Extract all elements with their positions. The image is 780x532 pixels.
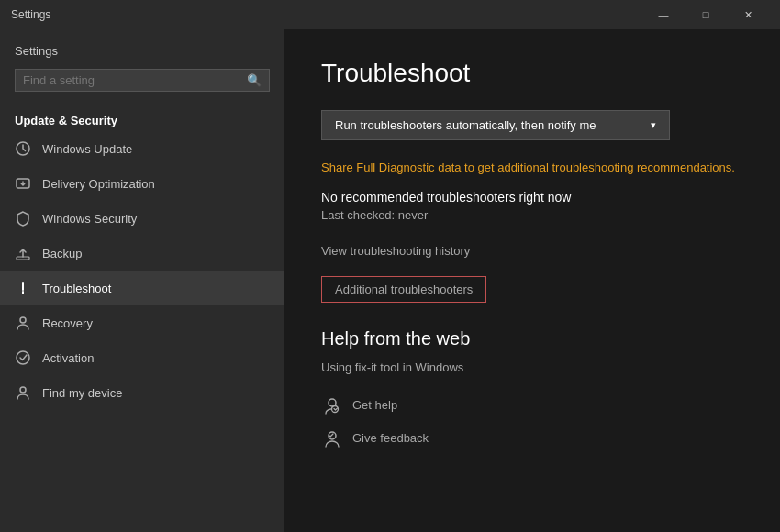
last-checked: Last checked: never — [321, 208, 743, 222]
diagnostic-link-anchor[interactable]: Share Full Diagnostic data to get additi… — [321, 161, 735, 174]
windows-update-icon — [15, 140, 31, 157]
last-checked-value: never — [398, 208, 429, 222]
sidebar-item-label: Backup — [42, 247, 82, 260]
give-feedback-link[interactable]: Give feedback — [321, 422, 743, 455]
sidebar-item-troubleshoot[interactable]: Troubleshoot — [0, 271, 284, 305]
give-feedback-label: Give feedback — [352, 431, 429, 445]
search-icon: 🔍 — [247, 73, 262, 87]
sidebar-item-label: Troubleshoot — [42, 282, 111, 295]
troubleshoot-mode-dropdown[interactable]: Run troubleshooters automatically, then … — [321, 110, 670, 140]
status-text: No recommended troubleshooters right now — [321, 190, 743, 205]
chevron-down-icon: ▾ — [651, 119, 656, 131]
svg-point-4 — [20, 317, 26, 323]
search-box[interactable]: 🔍 — [15, 69, 270, 92]
window-controls: — □ ✕ — [642, 0, 769, 29]
sidebar-item-recovery[interactable]: Recovery — [0, 305, 284, 340]
windows-security-icon — [15, 210, 31, 227]
web-help-text: Using fix-it tool in Windows — [321, 360, 743, 374]
sidebar-item-label: Windows Security — [42, 212, 137, 226]
content-area: Troubleshoot Run troubleshooters automat… — [284, 29, 780, 532]
close-button[interactable]: ✕ — [727, 0, 769, 29]
sidebar-item-label: Find my device — [42, 386, 122, 400]
troubleshoot-icon — [15, 280, 31, 296]
svg-point-7 — [329, 399, 336, 406]
get-help-label: Get help — [352, 398, 397, 412]
page-title: Troubleshoot — [321, 59, 743, 88]
svg-point-6 — [20, 387, 26, 393]
sidebar-item-delivery-optimization[interactable]: Delivery Optimization — [0, 166, 284, 201]
get-help-link[interactable]: Get help — [321, 389, 743, 422]
last-checked-label: Last checked: — [321, 208, 395, 222]
titlebar-title: Settings — [11, 8, 50, 21]
search-input[interactable] — [23, 73, 247, 87]
sidebar-item-find-my-device[interactable]: Find my device — [0, 375, 284, 410]
titlebar: Settings — □ ✕ — [0, 0, 780, 29]
diagnostic-link: Share Full Diagnostic data to get additi… — [321, 159, 743, 177]
dropdown-label: Run troubleshooters automatically, then … — [335, 118, 596, 132]
section-label: Update & Security — [0, 106, 284, 131]
sidebar-item-label: Windows Update — [42, 142, 132, 156]
sidebar-header: Settings — [0, 37, 284, 69]
additional-troubleshooters-button[interactable]: Additional troubleshooters — [321, 276, 486, 303]
sidebar-item-label: Recovery — [42, 316, 93, 330]
app-body: Settings 🔍 Update & Security Windows Upd… — [0, 29, 780, 532]
sidebar-item-label: Activation — [42, 351, 94, 365]
sidebar-item-windows-security[interactable]: Windows Security — [0, 201, 284, 236]
sidebar-item-backup[interactable]: Backup — [0, 236, 284, 271]
dropdown-row: Run troubleshooters automatically, then … — [321, 110, 743, 140]
recovery-icon — [15, 315, 31, 331]
backup-icon — [15, 245, 31, 261]
svg-point-5 — [17, 351, 29, 364]
view-history-link[interactable]: View troubleshooting history — [321, 244, 743, 258]
activation-icon — [15, 349, 31, 366]
web-help-title: Help from the web — [321, 328, 743, 349]
minimize-button[interactable]: — — [642, 0, 685, 29]
svg-rect-2 — [17, 257, 29, 260]
sidebar-item-activation[interactable]: Activation — [0, 340, 284, 375]
give-feedback-icon — [321, 427, 343, 449]
svg-point-3 — [23, 293, 24, 294]
delivery-optimization-icon — [15, 175, 31, 192]
sidebar-item-label: Delivery Optimization — [42, 177, 155, 191]
sidebar: Settings 🔍 Update & Security Windows Upd… — [0, 29, 284, 532]
find-my-device-icon — [15, 384, 31, 401]
get-help-icon — [321, 394, 343, 416]
sidebar-item-windows-update[interactable]: Windows Update — [0, 131, 284, 166]
maximize-button[interactable]: □ — [685, 0, 727, 29]
